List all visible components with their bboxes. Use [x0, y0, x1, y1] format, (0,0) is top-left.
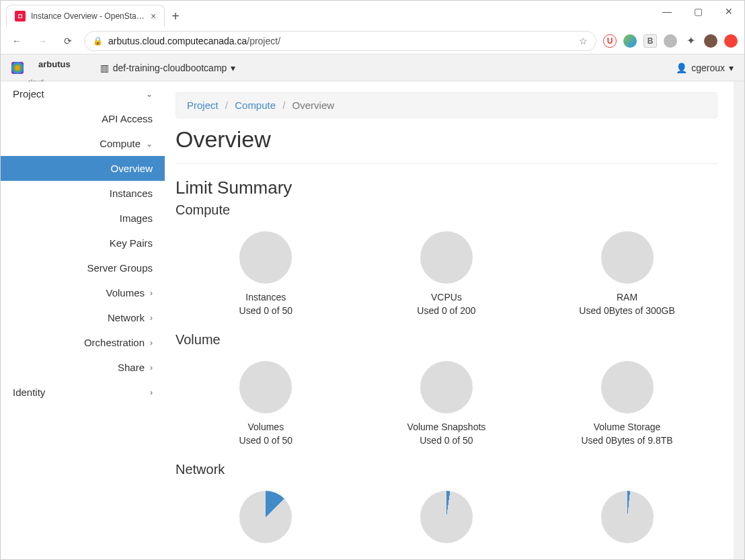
window-controls: — ▢ ✕ — [652, 1, 744, 22]
sidebar-item-volumes[interactable]: Volumes › — [1, 280, 165, 305]
sidebar-item-identity[interactable]: Identity › — [1, 380, 165, 405]
pie-chart — [239, 361, 292, 413]
logo-mark — [11, 62, 24, 74]
chevron-right-icon: › — [150, 338, 153, 348]
user-avatar[interactable] — [704, 34, 717, 48]
ublock-icon[interactable]: U — [603, 34, 617, 48]
new-tab-button[interactable]: + — [165, 5, 186, 28]
maximize-button[interactable]: ▢ — [682, 1, 713, 22]
pie-chart — [420, 231, 473, 284]
quota-network-1 — [175, 484, 356, 559]
network-subheading: Network — [175, 462, 717, 477]
pie-chart — [601, 361, 654, 413]
quota-vcpus: VCPUs Used 0 of 200 — [356, 225, 537, 328]
bookmark-star-icon[interactable]: ☆ — [579, 36, 588, 46]
titlebar: ◘ Instance Overview - OpenStack D × + — … — [1, 1, 744, 28]
pie-chart — [239, 231, 292, 284]
quota-instances: Instances Used 0 of 50 — [175, 225, 356, 328]
chevron-right-icon: › — [150, 313, 153, 323]
scrollbar[interactable] — [734, 81, 744, 559]
browser-tab[interactable]: ◘ Instance Overview - OpenStack D × — [6, 5, 165, 27]
chevron-down-icon: ⌄ — [146, 89, 153, 99]
quota-volume-storage: Volume Storage Used 0Bytes of 9.8TB — [537, 354, 717, 458]
domain-icon: ▥ — [100, 63, 109, 73]
quota-network-3 — [537, 484, 717, 559]
extension-icon[interactable] — [664, 34, 677, 48]
url-text: arbutus.cloud.computecanada.ca/project/ — [108, 36, 574, 46]
quota-network-2 — [356, 484, 537, 559]
pie-chart — [601, 231, 654, 284]
network-quotas — [175, 484, 717, 559]
breadcrumb: Project / Compute / Overview — [175, 92, 717, 118]
body: Project ⌄ API Access Compute ⌄ Overview … — [1, 81, 744, 559]
openstack-favicon: ◘ — [15, 11, 26, 22]
minimize-button[interactable]: — — [652, 1, 682, 22]
breadcrumb-compute[interactable]: Compute — [235, 99, 276, 111]
sidebar-item-orchestration[interactable]: Orchestration › — [1, 330, 165, 355]
back-button[interactable]: ← — [7, 32, 26, 50]
chevron-down-icon: ▾ — [231, 63, 235, 73]
sidebar-item-images[interactable]: Images — [1, 206, 165, 231]
compute-quotas: Instances Used 0 of 50 VCPUs Used 0 of 2… — [175, 225, 717, 328]
extension-icon[interactable]: B — [643, 34, 657, 48]
user-icon: 👤 — [676, 63, 687, 73]
lock-icon: 🔒 — [93, 36, 103, 46]
pie-chart — [420, 491, 473, 543]
chevron-down-icon: ⌄ — [146, 139, 153, 149]
sidebar-item-project[interactable]: Project ⌄ — [1, 81, 165, 106]
divider — [175, 163, 717, 164]
extension-icons: U B ✦ — [603, 34, 738, 48]
forward-button[interactable]: → — [33, 32, 52, 50]
sidebar-item-share[interactable]: Share › — [1, 355, 165, 380]
page-title: Overview — [175, 126, 717, 153]
limit-summary-heading: Limit Summary — [175, 177, 717, 198]
quota-ram: RAM Used 0Bytes of 300GB — [537, 225, 717, 328]
chevron-right-icon: › — [150, 288, 153, 298]
sidebar-item-overview[interactable]: Overview — [1, 156, 165, 181]
tab-title: Instance Overview - OpenStack D — [31, 11, 145, 21]
chevron-down-icon: ▾ — [729, 63, 734, 73]
sidebar-item-key-pairs[interactable]: Key Pairs — [1, 231, 165, 255]
sidebar-item-api-access[interactable]: API Access — [1, 106, 165, 131]
breadcrumb-project[interactable]: Project — [187, 99, 219, 111]
extension-icon[interactable] — [724, 34, 738, 48]
pie-chart — [239, 491, 292, 543]
sidebar-item-network[interactable]: Network › — [1, 305, 165, 330]
main-content: Project / Compute / Overview Overview Li… — [165, 81, 734, 559]
sidebar-item-instances[interactable]: Instances — [1, 181, 165, 206]
address-row: ← → ⟳ 🔒 arbutus.cloud.computecanada.ca/p… — [1, 28, 744, 54]
user-menu[interactable]: 👤 cgeroux ▾ — [676, 63, 734, 73]
app-bar: arbutus cloud ▥ def-training-cloudbootca… — [1, 54, 744, 81]
address-bar[interactable]: 🔒 arbutus.cloud.computecanada.ca/project… — [84, 31, 596, 51]
tabs-area: ◘ Instance Overview - OpenStack D × + — [1, 1, 186, 28]
quota-volumes: Volumes Used 0 of 50 — [175, 354, 356, 458]
volume-subheading: Volume — [175, 332, 717, 348]
volume-quotas: Volumes Used 0 of 50 Volume Snapshots Us… — [175, 354, 717, 458]
logo[interactable]: arbutus cloud — [11, 49, 87, 86]
pie-chart — [420, 361, 473, 413]
compute-subheading: Compute — [175, 202, 717, 218]
breadcrumb-current: Overview — [292, 99, 335, 111]
project-selector[interactable]: ▥ def-training-cloudbootcamp ▾ — [100, 63, 236, 73]
chevron-right-icon: › — [150, 388, 153, 397]
reload-button[interactable]: ⟳ — [58, 32, 77, 50]
chevron-right-icon: › — [150, 363, 153, 372]
quota-volume-snapshots: Volume Snapshots Used 0 of 50 — [356, 354, 537, 458]
window: ◘ Instance Overview - OpenStack D × + — … — [0, 0, 745, 560]
logo-text: arbutus cloud — [28, 49, 87, 86]
close-tab-icon[interactable]: × — [151, 11, 156, 22]
close-window-button[interactable]: ✕ — [713, 1, 744, 22]
pie-chart — [601, 491, 654, 543]
extensions-menu-icon[interactable]: ✦ — [684, 34, 697, 48]
extension-icon[interactable] — [623, 34, 637, 48]
sidebar: Project ⌄ API Access Compute ⌄ Overview … — [1, 81, 165, 559]
sidebar-item-server-groups[interactable]: Server Groups — [1, 255, 165, 280]
sidebar-item-compute[interactable]: Compute ⌄ — [1, 131, 165, 156]
